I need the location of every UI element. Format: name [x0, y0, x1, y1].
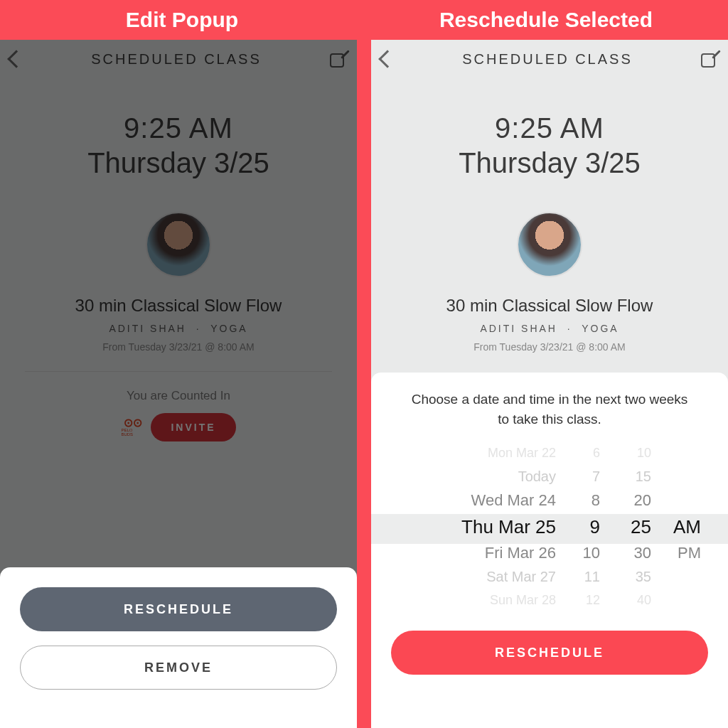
reschedule-sheet: Choose a date and time in the next two w…: [371, 373, 728, 728]
reschedule-instruction: Choose a date and time in the next two w…: [391, 388, 708, 441]
class-time: 9:25 AM: [495, 112, 604, 144]
picker-row[interactable]: 40: [637, 589, 651, 612]
picker-row[interactable]: Sat Mar 27: [486, 565, 556, 589]
picker-row[interactable]: 10: [637, 441, 651, 465]
picker-ampm-column[interactable]: AM PM: [651, 441, 701, 612]
picker-row[interactable]: PM: [678, 542, 701, 565]
picker-row-selected[interactable]: AM: [673, 513, 701, 542]
reschedule-button[interactable]: RESCHEDULE: [20, 587, 337, 631]
picker-row-selected[interactable]: 25: [631, 513, 651, 542]
picker-row[interactable]: 15: [636, 465, 651, 488]
header-left: Edit Popup: [0, 0, 364, 40]
screen-reschedule: SCHEDULED CLASS 9:25 AM Thursday 3/25 30…: [371, 40, 728, 728]
meta-separator: ·: [567, 323, 572, 334]
picker-row[interactable]: Today: [518, 465, 556, 488]
picker-row[interactable]: 8: [592, 488, 600, 512]
class-title: 30 min Classical Slow Flow: [446, 296, 653, 316]
picker-row[interactable]: 6: [593, 441, 600, 465]
picker-minute-column[interactable]: 10 15 20 25 30 35 40: [600, 441, 651, 612]
picker-row[interactable]: 30: [634, 542, 651, 565]
picker-row[interactable]: Mon Mar 22: [488, 441, 556, 465]
nav-title: SCHEDULED CLASS: [462, 51, 633, 68]
picker-row[interactable]: 35: [636, 565, 651, 589]
picker-hour-column[interactable]: 6 7 8 9 10 11 12: [556, 441, 600, 612]
picker-row[interactable]: Sun Mar 28: [490, 589, 556, 612]
edit-action-sheet: RESCHEDULE REMOVE: [0, 567, 357, 728]
back-icon[interactable]: [378, 50, 396, 68]
picker-row-selected[interactable]: 9: [590, 513, 600, 542]
header-right: Reschedule Selected: [364, 0, 728, 40]
class-category: YOGA: [582, 323, 619, 334]
picker-row[interactable]: Fri Mar 26: [485, 542, 556, 565]
remove-button[interactable]: REMOVE: [20, 646, 337, 690]
class-meta: ADITI SHAH · YOGA: [480, 323, 619, 334]
nav-bar: SCHEDULED CLASS: [371, 40, 728, 78]
picker-row[interactable]: 7: [592, 465, 600, 488]
picker-row[interactable]: Wed Mar 24: [471, 488, 556, 512]
picker-row[interactable]: 12: [586, 589, 600, 612]
class-date: Thursday 3/25: [459, 147, 641, 179]
picker-row[interactable]: 10: [583, 542, 600, 565]
class-from: From Tuesday 3/23/21 @ 8:00 AM: [473, 341, 625, 353]
reschedule-confirm-button[interactable]: RESCHEDULE: [391, 631, 708, 675]
picker-row-selected[interactable]: Thu Mar 25: [461, 513, 556, 542]
picker-date-column[interactable]: Mon Mar 22 Today Wed Mar 24 Thu Mar 25 F…: [407, 441, 556, 612]
instructor-name: ADITI SHAH: [480, 323, 557, 334]
instructor-avatar: [517, 212, 582, 277]
datetime-picker[interactable]: Mon Mar 22 Today Wed Mar 24 Thu Mar 25 F…: [391, 441, 708, 612]
screen-edit-popup: SCHEDULED CLASS 9:25 AM Thursday 3/25 30…: [0, 40, 357, 728]
picker-row[interactable]: 11: [584, 565, 600, 589]
picker-row[interactable]: 20: [634, 488, 651, 512]
edit-icon[interactable]: [701, 50, 718, 68]
